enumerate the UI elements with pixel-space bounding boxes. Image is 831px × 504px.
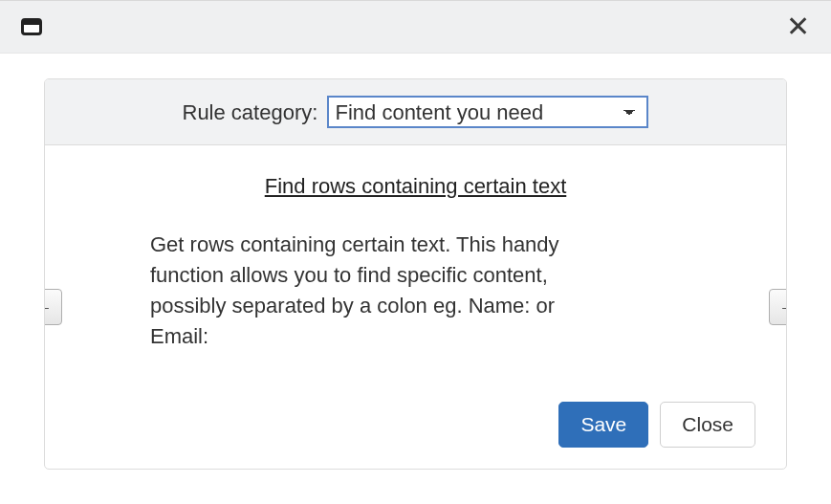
rule-description: Get rows containing certain text. This h… bbox=[150, 230, 590, 352]
rule-category-select[interactable]: Find content you need bbox=[327, 96, 648, 128]
panel-container: Rule category: Find content you need ← →… bbox=[0, 54, 831, 470]
window-icon bbox=[21, 18, 42, 35]
rule-title-link[interactable]: Find rows containing certain text bbox=[76, 174, 755, 199]
titlebar: ✕ bbox=[0, 0, 831, 54]
button-row: Save Close bbox=[558, 402, 755, 448]
save-button[interactable]: Save bbox=[558, 402, 648, 448]
arrow-right-icon: → bbox=[778, 296, 787, 318]
arrow-left-icon: ← bbox=[44, 296, 53, 318]
category-label: Rule category: bbox=[183, 100, 318, 124]
next-rule-button[interactable]: → bbox=[769, 289, 787, 325]
prev-rule-button[interactable]: ← bbox=[44, 289, 62, 325]
panel-header: Rule category: Find content you need bbox=[45, 79, 786, 145]
close-button[interactable]: Close bbox=[660, 402, 755, 448]
panel-body: ← → Find rows containing certain text Ge… bbox=[45, 145, 786, 469]
rule-panel: Rule category: Find content you need ← →… bbox=[44, 78, 787, 470]
close-icon[interactable]: ✕ bbox=[782, 9, 814, 45]
